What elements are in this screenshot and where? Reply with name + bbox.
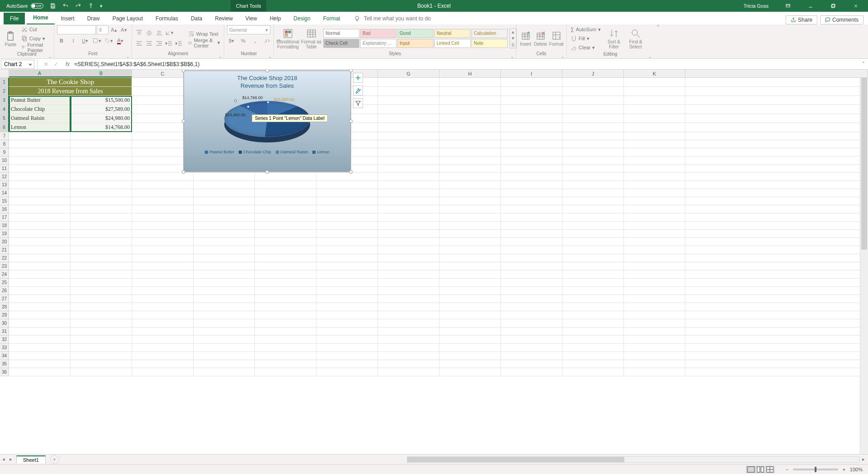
cell-C34[interactable] <box>132 352 193 360</box>
cell-A11[interactable] <box>9 165 71 173</box>
cell-K30[interactable] <box>624 319 685 327</box>
cell-F25[interactable] <box>316 279 378 287</box>
row-header-30[interactable]: 30 <box>0 319 9 327</box>
cell-G19[interactable] <box>378 230 439 238</box>
orientation-icon[interactable]: ▾ <box>165 28 174 38</box>
cell-B25[interactable] <box>71 279 132 287</box>
cell-B16[interactable] <box>71 205 132 213</box>
cell-B11[interactable] <box>71 165 132 173</box>
cell-I12[interactable] <box>501 173 562 181</box>
sort-filter-button[interactable]: Sort & Filter <box>604 28 624 49</box>
cell-F17[interactable] <box>316 213 378 222</box>
border-icon[interactable]: ▾ <box>92 36 101 45</box>
cell-G18[interactable] <box>378 222 439 230</box>
cell-C13[interactable] <box>132 181 193 189</box>
cell-J18[interactable] <box>562 222 624 230</box>
cell-C21[interactable] <box>132 246 193 254</box>
cell-D35[interactable] <box>193 360 255 368</box>
row-header-11[interactable]: 11 <box>0 165 9 173</box>
cell-E34[interactable] <box>255 352 316 360</box>
column-header-B[interactable]: B <box>71 70 132 77</box>
name-box[interactable]: Chart 2 <box>1 60 34 69</box>
insert-cells-button[interactable]: Insert <box>519 30 532 47</box>
cell-B26[interactable] <box>71 287 132 295</box>
cell-K6[interactable] <box>624 123 685 132</box>
cell-G36[interactable] <box>378 368 439 376</box>
cell-K29[interactable] <box>624 311 685 319</box>
cell-C35[interactable] <box>132 360 193 368</box>
row-header-16[interactable]: 16 <box>0 205 9 213</box>
font-color-icon[interactable]: A▾ <box>116 36 125 45</box>
cell-G7[interactable] <box>378 132 439 140</box>
cell-F12[interactable] <box>316 173 378 181</box>
fill-button[interactable]: Fill▾ <box>570 34 602 43</box>
cell-F31[interactable] <box>316 327 378 336</box>
cell-K10[interactable] <box>624 156 685 165</box>
cell-F23[interactable] <box>316 262 378 270</box>
cell-H1[interactable] <box>439 78 501 87</box>
formula-input[interactable]: =SERIES(,Sheet1!$A$3:$A$6,Sheet1!$B$3:$B… <box>72 61 859 67</box>
cell-D14[interactable] <box>193 189 255 197</box>
expand-formula-bar-icon[interactable]: ˅ <box>859 61 868 67</box>
row-header-17[interactable]: 17 <box>0 213 9 222</box>
format-cells-button[interactable]: Format <box>549 30 564 47</box>
cell-K14[interactable] <box>624 189 685 197</box>
row-header-22[interactable]: 22 <box>0 254 9 262</box>
cell-C19[interactable] <box>132 230 193 238</box>
cell-H14[interactable] <box>439 189 501 197</box>
cell-I13[interactable] <box>501 181 562 189</box>
tab-home[interactable]: Home <box>27 12 54 24</box>
cell-A31[interactable] <box>9 327 71 336</box>
cell-I25[interactable] <box>501 279 562 287</box>
cell-K19[interactable] <box>624 230 685 238</box>
cell-J3[interactable] <box>562 96 624 105</box>
cell-I14[interactable] <box>501 189 562 197</box>
cell-H9[interactable] <box>439 148 501 156</box>
cell-G20[interactable] <box>378 238 439 246</box>
row-header-23[interactable]: 23 <box>0 262 9 270</box>
cell-H29[interactable] <box>439 311 501 319</box>
cell-E30[interactable] <box>255 319 316 327</box>
cell-K1[interactable] <box>624 78 685 87</box>
row-header-3[interactable]: 3 <box>0 96 9 105</box>
cell-F14[interactable] <box>316 189 378 197</box>
column-header-H[interactable]: H <box>439 70 501 77</box>
resize-handle-e[interactable] <box>349 119 353 123</box>
cell-K16[interactable] <box>624 205 685 213</box>
cell-K17[interactable] <box>624 213 685 222</box>
cell-E23[interactable] <box>255 262 316 270</box>
cell-G11[interactable] <box>378 165 439 173</box>
cell-I4[interactable] <box>501 105 562 114</box>
style-bad[interactable]: Bad <box>360 29 396 38</box>
row-header-7[interactable]: 7 <box>0 132 9 140</box>
cell-H15[interactable] <box>439 197 501 205</box>
column-header-K[interactable]: K <box>624 70 685 77</box>
cell-B24[interactable] <box>71 270 132 279</box>
cell-H5[interactable] <box>439 114 501 123</box>
qat-customize-icon[interactable]: ▾ <box>99 1 104 11</box>
cell-D21[interactable] <box>193 246 255 254</box>
cell-H19[interactable] <box>439 230 501 238</box>
row-header-12[interactable]: 12 <box>0 173 9 181</box>
cell-C16[interactable] <box>132 205 193 213</box>
undo-icon[interactable] <box>61 1 71 11</box>
comments-button[interactable]: Comments <box>820 15 863 24</box>
cell-J5[interactable] <box>562 114 624 123</box>
data-label-oatmeal-raisin[interactable]: $24,980.00 <box>225 113 245 117</box>
cell-B7[interactable] <box>71 132 132 140</box>
cell-G22[interactable] <box>378 254 439 262</box>
cell-J26[interactable] <box>562 287 624 295</box>
cell-C12[interactable] <box>132 173 193 181</box>
cell-A34[interactable] <box>9 352 71 360</box>
cell-G12[interactable] <box>378 173 439 181</box>
cell-G29[interactable] <box>378 311 439 319</box>
cell-A6[interactable]: Lemon <box>9 123 71 132</box>
row-header-24[interactable]: 24 <box>0 270 9 279</box>
cell-G23[interactable] <box>378 262 439 270</box>
style-calculation[interactable]: Calculation <box>472 29 508 38</box>
accounting-format-icon[interactable]: $▾ <box>227 36 236 45</box>
select-all-corner[interactable] <box>0 70 9 77</box>
cell-D24[interactable] <box>193 270 255 279</box>
cell-H7[interactable] <box>439 132 501 140</box>
cell-A8[interactable] <box>9 140 71 148</box>
